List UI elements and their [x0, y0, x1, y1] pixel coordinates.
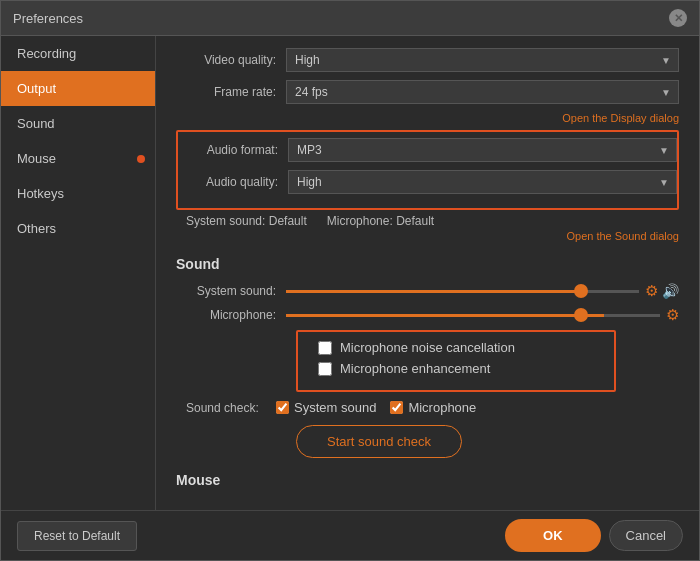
sound-check-label: Sound check: [186, 401, 276, 415]
audio-quality-select-wrapper: High [288, 170, 677, 194]
audio-format-box: Audio format: MP3 Audio quality: High [176, 130, 679, 210]
microphone-check-checkbox[interactable] [390, 401, 403, 414]
video-quality-label: Video quality: [176, 53, 286, 67]
ok-button[interactable]: OK [505, 519, 601, 552]
sidebar-item-output[interactable]: Output [1, 71, 155, 106]
main-layout: Recording Output Sound Mouse Hotkeys Oth… [1, 36, 699, 510]
open-display-dialog-link[interactable]: Open the Display dialog [176, 112, 679, 124]
system-sound-check-label: System sound [276, 400, 376, 415]
enhancement-row: Microphone enhancement [310, 361, 602, 376]
sidebar-item-recording[interactable]: Recording [1, 36, 155, 71]
microphone-slider-container: ⚙ [286, 306, 679, 324]
system-sound-gear-icon[interactable]: ⚙ [645, 282, 658, 300]
system-sound-slider-row: System sound: ⚙ 🔊 [176, 282, 679, 300]
sidebar: Recording Output Sound Mouse Hotkeys Oth… [1, 36, 156, 510]
mouse-dot-indicator [137, 155, 145, 163]
open-sound-dialog-link[interactable]: Open the Sound dialog [176, 230, 679, 242]
bottom-bar: Reset to Default OK Cancel [1, 510, 699, 560]
mouse-section-title: Mouse [176, 472, 679, 488]
sidebar-item-mouse[interactable]: Mouse [1, 141, 155, 176]
audio-format-row: Audio format: MP3 [178, 138, 677, 162]
sidebar-item-sound[interactable]: Sound [1, 106, 155, 141]
cancel-button[interactable]: Cancel [609, 520, 683, 551]
microphone-gear-icon[interactable]: ⚙ [666, 306, 679, 324]
audio-quality-row: Audio quality: High [178, 170, 677, 194]
video-quality-select[interactable]: High [286, 48, 679, 72]
noise-cancellation-row: Microphone noise cancellation [310, 340, 602, 355]
audio-format-select[interactable]: MP3 [288, 138, 677, 162]
audio-quality-select[interactable]: High [288, 170, 677, 194]
title-bar: Preferences ✕ [1, 1, 699, 36]
enhancement-checkbox[interactable] [318, 362, 332, 376]
audio-quality-label: Audio quality: [178, 175, 288, 189]
microphone-slider-label: Microphone: [176, 308, 286, 322]
system-sound-speaker-icon[interactable]: 🔊 [662, 283, 679, 299]
system-sound-slider-container: ⚙ 🔊 [286, 282, 679, 300]
noise-cancellation-checkbox[interactable] [318, 341, 332, 355]
audio-format-select-wrapper: MP3 [288, 138, 677, 162]
reset-to-default-button[interactable]: Reset to Default [17, 521, 137, 551]
sound-section-title: Sound [176, 256, 679, 272]
frame-rate-label: Frame rate: [176, 85, 286, 99]
video-quality-row: Video quality: High [176, 48, 679, 72]
audio-format-label: Audio format: [178, 143, 288, 157]
audio-status-row: System sound: Default Microphone: Defaul… [176, 214, 679, 228]
sidebar-item-hotkeys[interactable]: Hotkeys [1, 176, 155, 211]
preferences-window: Preferences ✕ Recording Output Sound Mou… [0, 0, 700, 561]
microphone-options-box: Microphone noise cancellation Microphone… [296, 330, 616, 392]
system-sound-check-checkbox[interactable] [276, 401, 289, 414]
window-title: Preferences [13, 11, 83, 26]
start-sound-check-button[interactable]: Start sound check [296, 425, 462, 458]
microphone-status: Microphone: Default [327, 214, 434, 228]
enhancement-label: Microphone enhancement [340, 361, 490, 376]
frame-rate-select[interactable]: 24 fps [286, 80, 679, 104]
noise-cancellation-label: Microphone noise cancellation [340, 340, 515, 355]
system-sound-slider-label: System sound: [176, 284, 286, 298]
close-button[interactable]: ✕ [669, 9, 687, 27]
system-sound-status: System sound: Default [186, 214, 307, 228]
frame-rate-select-wrapper: 24 fps [286, 80, 679, 104]
microphone-check-label: Microphone [390, 400, 476, 415]
sound-check-row: Sound check: System sound Microphone [176, 400, 679, 415]
sidebar-item-others[interactable]: Others [1, 211, 155, 246]
output-settings-panel: Video quality: High Frame rate: 24 fps O… [156, 36, 699, 510]
microphone-slider[interactable] [286, 314, 660, 317]
video-quality-select-wrapper: High [286, 48, 679, 72]
microphone-slider-row: Microphone: ⚙ [176, 306, 679, 324]
system-sound-slider[interactable] [286, 290, 639, 293]
frame-rate-row: Frame rate: 24 fps [176, 80, 679, 104]
